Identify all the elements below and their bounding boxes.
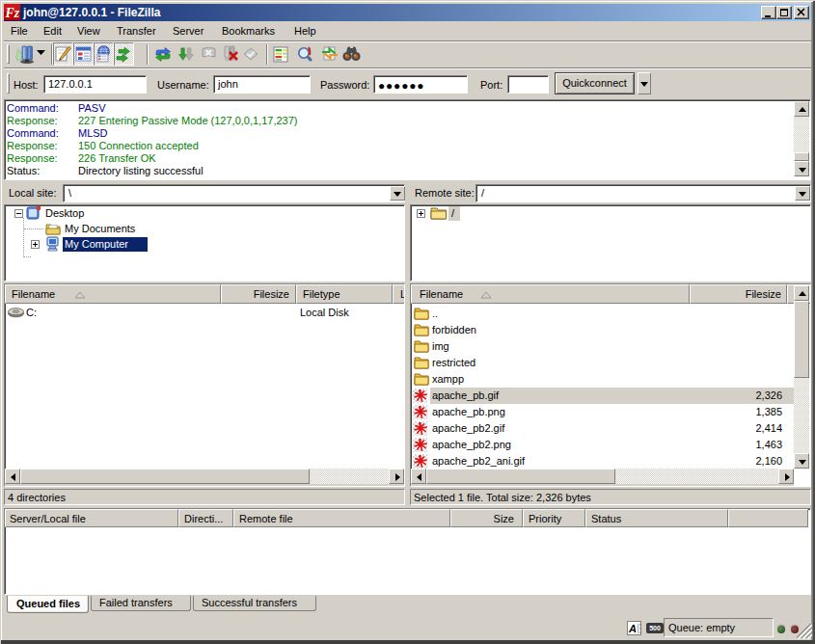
- svg-text:Fz: Fz: [5, 6, 20, 20]
